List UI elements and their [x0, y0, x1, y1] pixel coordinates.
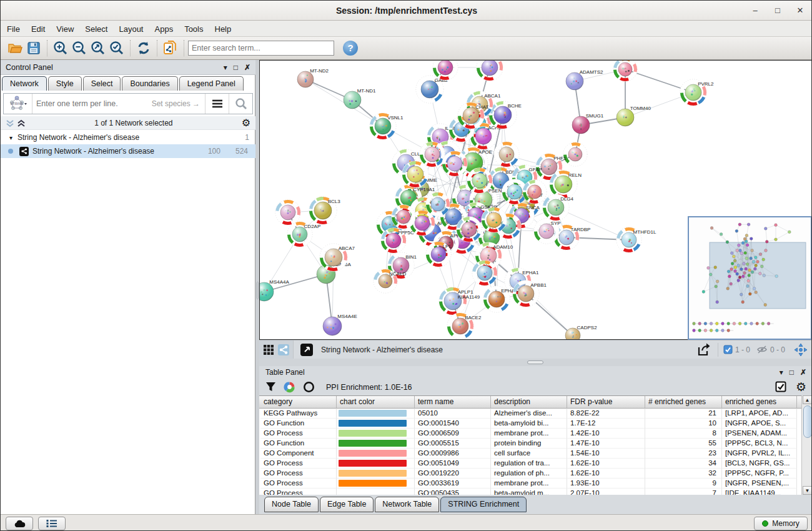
column-header-FDR-p-value[interactable]: FDR p-value	[567, 396, 645, 409]
tab-network[interactable]: Network	[2, 76, 47, 91]
protein-node-reln[interactable]: RELN	[550, 171, 582, 198]
string-options-menu-icon[interactable]	[205, 94, 229, 114]
pan-navigation-icon[interactable]	[794, 343, 808, 357]
export-network-icon[interactable]	[696, 342, 711, 357]
protein-node-mt-nd1[interactable]: MT-ND1	[344, 88, 376, 109]
grid-view-icon[interactable]	[263, 344, 274, 355]
protein-node-pvrl2[interactable]: PVRL2	[680, 79, 714, 106]
menu-layout[interactable]: Layout	[119, 24, 143, 34]
protein-node[interactable]	[613, 61, 637, 81]
collapse-icon[interactable]: ▾	[224, 63, 227, 72]
protein-node-bcl3[interactable]: BCL3	[309, 197, 340, 224]
protein-node-cadps2[interactable]: CADPS2	[565, 325, 597, 340]
select-all-checkbox-icon[interactable]	[775, 381, 787, 393]
network-collection-row[interactable]: ▾ String Network - Alzheimer's disease 1	[1, 131, 255, 144]
tab-select[interactable]: Select	[83, 76, 121, 91]
protein-node-ncald[interactable]: NCALD	[374, 269, 407, 293]
protein-node-cd2ap[interactable]: CD2AP	[287, 222, 320, 247]
network-options-gear-icon[interactable]: ⚙	[242, 117, 250, 129]
enrichment-row[interactable]: GO ComponentGO:0009986cell surface1.54E-…	[259, 449, 801, 459]
tab-string-enrichment[interactable]: STRING Enrichment	[440, 497, 527, 512]
protein-node-bche[interactable]: BCHE	[489, 101, 522, 129]
network-row-selected[interactable]: String Network - Alzheimer's disease 100…	[1, 144, 255, 158]
column-header-description[interactable]: description	[491, 396, 567, 409]
cloud-tasks-button[interactable]	[6, 517, 33, 530]
enrichment-row[interactable]: GO FunctionGO:0001540beta-amyloid bi...1…	[259, 419, 801, 429]
protein-node[interactable]	[563, 142, 587, 166]
protein-node-vsnl1[interactable]: VSNL1	[370, 113, 404, 139]
tab-edge-table[interactable]: Edge Table	[320, 497, 374, 512]
menu-tools[interactable]: Tools	[184, 24, 203, 34]
enrichment-row[interactable]: GO ProcessGO:0033619membrane prot...1.93…	[259, 479, 801, 489]
tree-caret-icon[interactable]: ▾	[9, 134, 12, 141]
protein-node-ms4a4a[interactable]: MS4A4A	[260, 279, 289, 301]
scroll-down-icon[interactable]: ▼	[803, 486, 812, 495]
protein-node-smug1[interactable]: SMUG1	[572, 113, 604, 134]
close-panel-icon[interactable]: ✗	[800, 368, 806, 377]
zoom-fit-icon[interactable]	[89, 39, 107, 57]
help-icon[interactable]: ?	[343, 41, 358, 56]
hidden-eye-icon[interactable]	[756, 345, 768, 354]
expand-all-icon[interactable]	[6, 119, 14, 127]
save-session-icon[interactable]	[24, 39, 43, 57]
search-input[interactable]	[188, 41, 334, 56]
protein-node-epha5[interactable]: EPHA5	[483, 286, 518, 312]
import-network-icon[interactable]	[161, 39, 180, 57]
table-vertical-scrollbar[interactable]: ▲ ▼	[801, 395, 812, 495]
set-species-hint[interactable]: Set species →	[152, 99, 200, 108]
ring-chart-icon[interactable]	[303, 381, 315, 393]
enrichment-row[interactable]: KEGG Pathways05010Alzheimer's dise...8.8…	[259, 409, 801, 419]
protein-node-tomm40[interactable]: TOMM40	[616, 106, 651, 126]
open-in-new-icon[interactable]	[300, 343, 314, 357]
scrollbar-thumb[interactable]	[803, 405, 812, 438]
menu-edit[interactable]: Edit	[31, 24, 45, 34]
protein-node-dlg4[interactable]: DLG4	[543, 194, 574, 221]
float-icon[interactable]: □	[234, 63, 238, 72]
zoom-in-icon[interactable]	[51, 39, 70, 57]
tab-node-table[interactable]: Node Table	[264, 497, 319, 512]
protein-node-ms4a4e[interactable]: MS4A4E	[323, 314, 357, 335]
enrichment-chart-icon[interactable]	[284, 381, 295, 393]
column-header-category[interactable]: category	[260, 396, 337, 409]
zoom-out-icon[interactable]	[70, 39, 89, 57]
tab-network-table[interactable]: Network Table	[375, 497, 439, 512]
protein-node-tardbp[interactable]: TARDBP	[554, 225, 591, 250]
menu-file[interactable]: File	[7, 24, 20, 34]
protein-node[interactable]	[494, 142, 519, 167]
protein-node-apbb1[interactable]: APBB1	[513, 280, 547, 307]
enrichment-row[interactable]: GO ProcessGO:0050435beta-amyloid m...2.0…	[259, 489, 801, 495]
protein-node-ppp5c[interactable]: PPP5C	[381, 228, 414, 253]
minimize-button[interactable]: –	[746, 4, 764, 17]
column-header-enriched-genes[interactable]: # enriched genes	[645, 396, 722, 409]
protein-node[interactable]	[477, 61, 503, 81]
column-header-enriched-genes[interactable]: enriched genes	[722, 396, 797, 409]
enrichment-row[interactable]: GO FunctionGO:0005515protein binding1.47…	[259, 439, 801, 449]
menu-apps[interactable]: Apps	[155, 24, 174, 34]
float-icon[interactable]: □	[790, 368, 794, 377]
overview-viewport-rect[interactable]	[710, 242, 806, 309]
close-panel-icon[interactable]: ✗	[244, 63, 250, 72]
horizontal-splitter-handle[interactable]	[527, 360, 543, 364]
protein-node-mthfd1l[interactable]: MTHFD1L	[616, 227, 656, 252]
table-settings-gear-icon[interactable]: ⚙	[796, 380, 806, 394]
protein-node[interactable]	[472, 261, 497, 285]
column-header-term-name[interactable]: term name	[415, 396, 491, 409]
enrichment-row[interactable]: GO ProcessGO:0019220regulation of ph...1…	[259, 469, 801, 479]
protein-node-mt-nd2[interactable]: MT-ND2	[297, 68, 329, 87]
string-logo-dropdown[interactable]: STRING	[4, 94, 32, 114]
enrichment-row[interactable]: GO ProcessGO:0006509membrane prot...1.42…	[259, 429, 801, 439]
enrichment-row[interactable]: GO ProcessGO:0051049regulation of tra...…	[259, 459, 801, 469]
protein-node-bace2[interactable]: BACE2	[447, 313, 482, 339]
string-term-input[interactable]	[32, 99, 152, 108]
birds-eye-view[interactable]	[688, 216, 812, 340]
zoom-selected-icon[interactable]	[107, 39, 126, 57]
maximize-button[interactable]: □	[769, 4, 786, 17]
network-share-icon[interactable]	[278, 344, 289, 355]
filter-icon[interactable]	[265, 382, 276, 392]
memory-button[interactable]: Memory	[754, 517, 808, 530]
refresh-icon[interactable]	[134, 39, 153, 57]
collapse-icon[interactable]: ▾	[780, 368, 783, 377]
collapse-all-icon[interactable]	[17, 119, 26, 127]
tab-legend-panel[interactable]: Legend Panel	[179, 76, 244, 91]
protein-node-aplp1[interactable]: APLP1KIAA1149	[439, 287, 480, 315]
